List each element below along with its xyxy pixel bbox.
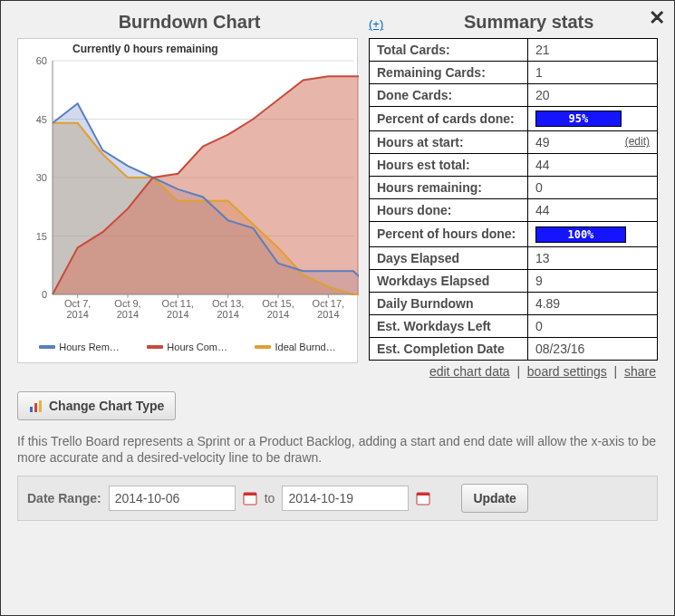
svg-text:Oct 17,: Oct 17, xyxy=(313,298,344,309)
stat-value: 9 xyxy=(527,269,657,292)
stat-label: Hours at start: xyxy=(370,131,528,154)
stat-value: 0 xyxy=(527,177,657,199)
table-row: Workdays Elapsed9 xyxy=(370,269,658,292)
table-row: Percent of hours done:100% xyxy=(370,222,658,246)
stat-label: Est. Completion Date xyxy=(370,337,528,360)
svg-text:2014: 2014 xyxy=(167,309,188,320)
chart-legend: Hours Rem… Hours Com… Ideal Burnd… xyxy=(18,338,357,356)
stat-label: Hours done: xyxy=(370,199,528,222)
change-chart-type-button[interactable]: Change Chart Type xyxy=(17,391,176,420)
stat-value: 0 xyxy=(527,314,657,337)
svg-rect-31 xyxy=(34,403,37,412)
stat-label: Percent of cards done: xyxy=(370,107,528,131)
svg-rect-30 xyxy=(30,407,33,412)
table-row: Done Cards:20 xyxy=(370,84,658,107)
edit-link[interactable]: (edit) xyxy=(625,135,650,148)
table-row: Est. Completion Date08/23/16 xyxy=(370,337,658,360)
chart-type-icon xyxy=(29,399,43,413)
svg-text:2014: 2014 xyxy=(66,309,88,320)
svg-text:Oct 11,: Oct 11, xyxy=(162,298,194,309)
stat-label: Remaining Cards: xyxy=(370,62,528,84)
percent-bar: 100% xyxy=(535,226,626,243)
stat-label: Hours remaining: xyxy=(370,177,528,199)
svg-rect-32 xyxy=(39,400,42,412)
svg-text:0: 0 xyxy=(42,289,47,300)
share-link[interactable]: share xyxy=(624,364,656,379)
chart-title: Burndown Chart xyxy=(17,12,362,33)
svg-text:30: 30 xyxy=(36,172,47,183)
help-note: If this Trello Board represents a Sprint… xyxy=(17,433,658,467)
stat-value: 20 xyxy=(527,84,657,107)
chart-svg: 015304560Oct 7,2014Oct 9,2014Oct 11,2014… xyxy=(18,39,359,338)
stat-label: Percent of hours done: xyxy=(370,222,528,246)
svg-text:Oct 13,: Oct 13, xyxy=(212,298,244,309)
date-range-label: Date Range: xyxy=(27,491,101,505)
table-links: edit chart data | board settings | share xyxy=(369,361,658,382)
stat-value: 44 xyxy=(527,154,657,177)
stat-label: Total Cards: xyxy=(370,39,528,62)
expand-toggle[interactable]: (+) xyxy=(369,17,383,31)
table-row: Hours remaining:0 xyxy=(370,177,658,199)
update-button[interactable]: Update xyxy=(461,484,527,513)
stat-label: Hours est total: xyxy=(370,154,528,177)
svg-text:Oct 9,: Oct 9, xyxy=(114,298,140,309)
stat-value: 1 xyxy=(527,62,657,84)
svg-text:Oct 7,: Oct 7, xyxy=(64,298,91,309)
table-row: Hours at start:49(edit) xyxy=(370,131,658,154)
calendar-icon[interactable] xyxy=(243,491,257,505)
svg-text:2014: 2014 xyxy=(217,309,238,320)
stat-label: Est. Workdays Left xyxy=(370,314,528,337)
stat-value: 21 xyxy=(527,39,657,62)
table-row: Daily Burndown4.89 xyxy=(370,292,658,314)
stat-value: 13 xyxy=(527,246,657,269)
svg-text:Oct 15,: Oct 15, xyxy=(262,298,294,309)
percent-bar: 95% xyxy=(535,111,622,127)
svg-text:2014: 2014 xyxy=(317,309,339,320)
svg-text:15: 15 xyxy=(36,231,47,242)
stat-value: 08/23/16 xyxy=(527,337,657,360)
stat-value: 44 xyxy=(527,199,657,222)
svg-text:2014: 2014 xyxy=(117,309,139,320)
table-row: Est. Workdays Left0 xyxy=(370,314,658,337)
svg-rect-36 xyxy=(417,493,429,496)
date-from-input[interactable] xyxy=(109,486,236,511)
stat-value: 95% xyxy=(527,107,657,131)
stat-value: 49(edit) xyxy=(527,131,657,154)
svg-text:45: 45 xyxy=(36,114,47,125)
table-row: Hours done:44 xyxy=(370,199,658,222)
summary-table: Total Cards:21Remaining Cards:1Done Card… xyxy=(369,38,658,361)
svg-text:2014: 2014 xyxy=(267,309,289,320)
board-settings-link[interactable]: board settings xyxy=(527,364,607,379)
table-row: Total Cards:21 xyxy=(370,39,658,62)
burndown-modal: ✕ Burndown Chart Currently 0 hours remai… xyxy=(0,0,675,616)
stat-label: Done Cards: xyxy=(370,84,528,107)
table-row: Percent of cards done:95% xyxy=(370,107,658,131)
stat-label: Daily Burndown xyxy=(370,292,528,314)
burndown-chart: Currently 0 hours remaining 015304560Oct… xyxy=(17,38,358,363)
edit-chart-data-link[interactable]: edit chart data xyxy=(429,364,510,379)
stat-label: Workdays Elapsed xyxy=(370,269,528,292)
table-row: Hours est total:44 xyxy=(370,154,658,177)
stat-value: 100% xyxy=(527,222,657,246)
stat-label: Days Elapsed xyxy=(370,246,528,269)
calendar-icon[interactable] xyxy=(416,491,430,505)
to-label: to xyxy=(265,491,275,505)
stat-value: 4.89 xyxy=(527,292,657,314)
close-icon[interactable]: ✕ xyxy=(649,6,665,30)
svg-text:60: 60 xyxy=(36,55,47,66)
chart-subtitle: Currently 0 hours remaining xyxy=(72,43,218,55)
date-range-row: Date Range: to Update xyxy=(17,476,658,521)
summary-title: Summary stats xyxy=(400,12,658,33)
table-row: Remaining Cards:1 xyxy=(370,62,658,84)
table-row: Days Elapsed13 xyxy=(370,246,658,269)
date-to-input[interactable] xyxy=(282,486,409,511)
svg-rect-34 xyxy=(244,493,256,496)
